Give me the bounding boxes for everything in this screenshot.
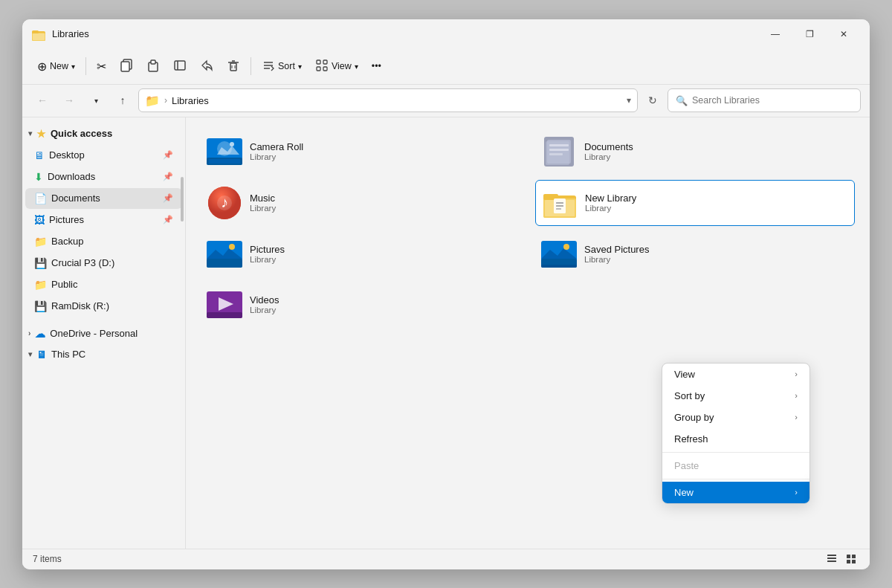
- sidebar-item-backup[interactable]: 📁 Backup: [25, 231, 182, 252]
- history-button[interactable]: ▾: [85, 89, 107, 112]
- pictures-info: Pictures Library: [250, 244, 285, 264]
- quick-access-star-icon: ★: [36, 128, 46, 140]
- list-view-button[interactable]: [824, 551, 840, 567]
- search-input[interactable]: [692, 95, 853, 106]
- svg-rect-2: [32, 30, 39, 33]
- copy-button[interactable]: [114, 54, 139, 79]
- forward-button[interactable]: →: [58, 89, 80, 112]
- file-item-saved-pictures[interactable]: Saved Pictures Library: [535, 232, 855, 277]
- svg-rect-8: [175, 61, 185, 70]
- quick-access-header[interactable]: ▾ ★ Quick access: [22, 123, 185, 144]
- context-menu-group-by[interactable]: Group by ›: [662, 407, 809, 428]
- item-count: 7 items: [33, 554, 62, 564]
- svg-rect-58: [847, 555, 850, 558]
- maximize-button[interactable]: ❐: [792, 22, 827, 46]
- context-menu-separator: [662, 452, 809, 453]
- svg-rect-10: [230, 63, 236, 71]
- up-button[interactable]: ↑: [112, 89, 134, 112]
- sidebar: ▾ ★ Quick access 🖥 Desktop 📌 ⬇ Downloads…: [22, 117, 186, 549]
- rename-button[interactable]: [167, 54, 193, 79]
- sidebar-item-documents[interactable]: 📄 Documents 📌: [25, 188, 182, 209]
- sidebar-item-pictures[interactable]: 🖼 Pictures 📌: [25, 210, 182, 230]
- pin-icon: 📌: [163, 193, 173, 203]
- context-menu-paste: Paste: [662, 455, 809, 476]
- sidebar-pictures-icon: 🖼: [34, 214, 45, 226]
- videos-icon: [207, 287, 242, 323]
- sidebar-scrollbar[interactable]: [181, 177, 184, 222]
- more-button[interactable]: •••: [366, 54, 387, 79]
- context-menu-separator-2: [662, 479, 809, 479]
- pin-icon: 📌: [163, 215, 173, 224]
- context-menu-sort-by[interactable]: Sort by ›: [662, 385, 809, 407]
- saved-pictures-icon: [541, 236, 577, 272]
- new-chevron-icon: ▾: [71, 62, 75, 71]
- file-item-videos[interactable]: Videos Library: [201, 282, 520, 327]
- file-item-music[interactable]: ♪ Music Library: [201, 180, 520, 226]
- onedrive-header[interactable]: › ☁ OneDrive - Personal: [22, 323, 185, 344]
- address-separator: ›: [164, 95, 167, 106]
- file-item-new-library[interactable]: New Library Library: [535, 180, 855, 226]
- new-icon: ⊕: [37, 59, 47, 74]
- new-library-icon: [542, 185, 578, 221]
- onedrive-icon: ☁: [35, 328, 45, 340]
- folder-icon: 📁: [145, 94, 160, 108]
- sidebar-item-public[interactable]: 📁 Public: [25, 274, 182, 295]
- window-title: Libraries: [52, 28, 758, 39]
- refresh-button[interactable]: ↻: [642, 90, 663, 111]
- minimize-button[interactable]: —: [758, 22, 792, 46]
- window-controls: — ❐ ✕: [758, 22, 861, 46]
- svg-rect-21: [323, 67, 327, 71]
- toolbar-separator-2: [251, 57, 251, 75]
- sort-icon: [262, 59, 275, 74]
- onedrive-chevron-icon: ›: [28, 329, 30, 337]
- thispc-header[interactable]: ▾ 🖥 This PC: [22, 344, 185, 365]
- share-button[interactable]: [194, 54, 219, 79]
- camera-roll-info: Camera Roll Library: [250, 141, 303, 161]
- toolbar: ⊕ New ▾ ✂: [22, 49, 870, 85]
- svg-rect-19: [317, 67, 320, 71]
- delete-icon: [227, 59, 240, 74]
- address-text: Libraries: [172, 95, 622, 106]
- context-menu-new-row: New › 📁 Library: [662, 482, 809, 503]
- sidebar-item-crucial[interactable]: 💾 Crucial P3 (D:): [25, 253, 182, 274]
- address-chevron-icon[interactable]: ▾: [627, 95, 631, 106]
- sidebar-documents-icon: 📄: [34, 193, 47, 204]
- app-icon: [31, 27, 46, 42]
- file-item-pictures[interactable]: Pictures Library: [201, 232, 520, 277]
- search-bar[interactable]: 🔍: [668, 88, 861, 112]
- new-button[interactable]: ⊕ New ▾: [31, 54, 81, 79]
- sidebar-item-downloads[interactable]: ⬇ Downloads 📌: [25, 167, 182, 187]
- close-button[interactable]: ✕: [827, 22, 861, 46]
- delete-button[interactable]: [221, 54, 246, 79]
- quick-access-chevron-icon: ▾: [28, 129, 32, 138]
- sidebar-item-desktop[interactable]: 🖥 Desktop 📌: [25, 145, 182, 166]
- pin-icon: 📌: [163, 150, 173, 160]
- pictures-icon: [207, 236, 242, 272]
- svg-rect-46: [207, 259, 242, 268]
- svg-text:♪: ♪: [221, 194, 228, 210]
- view-submenu-chevron-icon: ›: [795, 369, 798, 378]
- address-bar[interactable]: 📁 › Libraries ▾: [138, 88, 638, 112]
- context-menu-view[interactable]: View ›: [662, 364, 809, 385]
- paste-icon: [146, 59, 160, 74]
- back-button[interactable]: ←: [31, 89, 54, 112]
- rename-icon: [173, 59, 187, 74]
- file-item-camera-roll[interactable]: Camera Roll Library: [201, 129, 520, 174]
- sidebar-downloads-icon: ⬇: [34, 171, 43, 183]
- svg-rect-18: [317, 60, 320, 64]
- sort-button[interactable]: Sort ▾: [256, 54, 308, 79]
- context-menu-refresh[interactable]: Refresh: [662, 428, 809, 450]
- context-menu-new[interactable]: New ›: [662, 482, 809, 503]
- camera-roll-icon: [207, 134, 242, 169]
- file-item-documents[interactable]: Documents Library: [535, 129, 855, 174]
- svg-rect-43: [556, 205, 563, 207]
- sort-chevron-icon: ▾: [298, 62, 302, 71]
- group-submenu-chevron-icon: ›: [795, 413, 798, 421]
- cut-button[interactable]: ✂: [91, 54, 112, 79]
- paste-button[interactable]: [140, 54, 166, 79]
- share-icon: [200, 59, 213, 74]
- svg-rect-55: [827, 555, 836, 556]
- grid-view-button[interactable]: [843, 551, 859, 567]
- sidebar-item-ramdisk[interactable]: 💾 RamDisk (R:): [25, 296, 182, 317]
- view-button[interactable]: View ▾: [309, 54, 364, 79]
